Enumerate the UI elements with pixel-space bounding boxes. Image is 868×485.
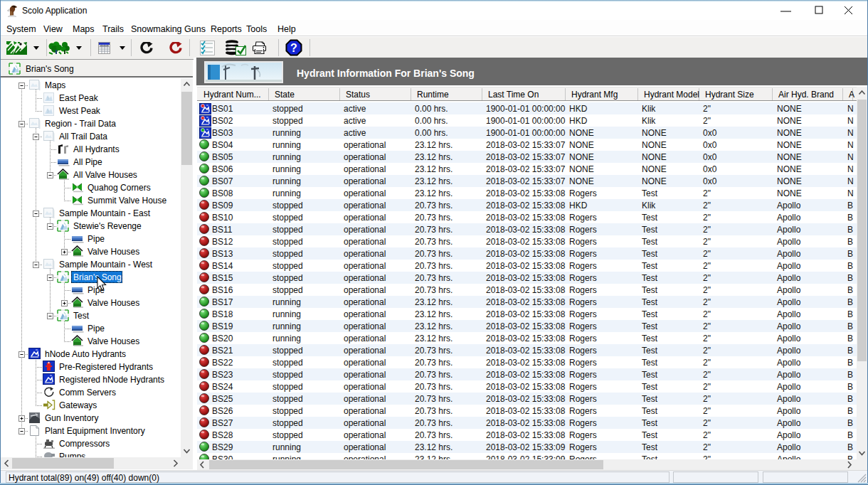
svg-text:?: ? bbox=[290, 42, 297, 54]
